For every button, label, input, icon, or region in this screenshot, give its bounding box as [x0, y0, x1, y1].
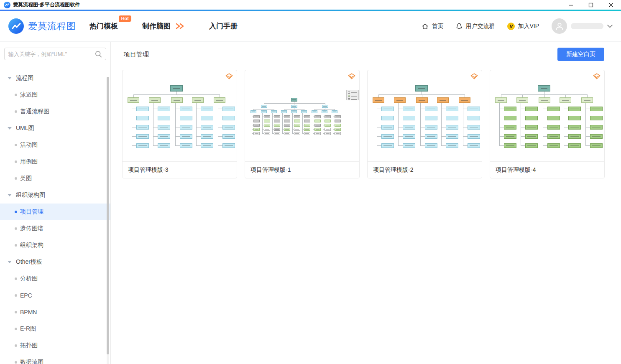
- maximize-button[interactable]: [581, 0, 601, 10]
- org-node: [446, 107, 458, 111]
- connector-line: [564, 109, 568, 109]
- nav-getting-started[interactable]: 入门手册: [209, 21, 238, 31]
- org-node: [425, 116, 437, 120]
- org-node: [253, 132, 260, 135]
- org-node: [284, 124, 290, 127]
- org-node: [253, 124, 260, 127]
- connector-line: [196, 127, 201, 127]
- org-node: [274, 115, 280, 118]
- sidebar-scrollbar-thumb[interactable]: [107, 77, 109, 354]
- user-menu[interactable]: [552, 18, 613, 34]
- nav-hot-templates[interactable]: 热门模板 Hot: [89, 21, 118, 31]
- connector-line: [398, 118, 403, 118]
- org-node: [201, 134, 213, 139]
- connector-line: [420, 118, 425, 118]
- collapse-triangle-icon: [8, 77, 12, 79]
- brand-logo-icon: [8, 18, 24, 34]
- org-node: [304, 128, 310, 131]
- main-content: 项目管理 新建空白页 项目管理模版-3项目管理模版-1项目管理模版-2项目管理模…: [111, 42, 621, 364]
- join-vip-link[interactable]: V 加入VIP: [507, 23, 539, 30]
- search-input[interactable]: [8, 51, 95, 57]
- connector-line: [175, 127, 180, 127]
- org-node: [425, 125, 437, 130]
- template-card[interactable]: 项目管理模版-2: [367, 70, 482, 178]
- bullet-icon: [15, 277, 17, 280]
- connector-line: [176, 92, 177, 94]
- vip-icon: V: [507, 23, 515, 30]
- sidebar-item-遗传图谱[interactable]: 遗传图谱: [0, 220, 110, 237]
- bullet-icon: [15, 94, 17, 96]
- template-card[interactable]: 项目管理模版-4: [490, 70, 605, 178]
- sidebar-group-流程图[interactable]: 流程图: [0, 70, 110, 87]
- org-node: [136, 107, 149, 111]
- connector-line: [521, 118, 525, 118]
- org-node: [264, 124, 270, 127]
- org-node: [294, 120, 300, 122]
- org-node: [284, 115, 290, 118]
- brand[interactable]: 爱莫流程图: [8, 18, 76, 34]
- sidebar-item-拓扑图[interactable]: 拓扑图: [0, 337, 110, 354]
- avatar: [552, 18, 567, 34]
- sidebar-item-泳道图[interactable]: 泳道图: [0, 87, 110, 103]
- new-blank-page-button[interactable]: 新建空白页: [557, 48, 604, 61]
- connector-line: [564, 103, 564, 146]
- org-node: [525, 143, 538, 148]
- org-node: [304, 120, 310, 122]
- org-node: [264, 132, 270, 135]
- connector-line: [501, 94, 587, 95]
- connector-line: [132, 136, 136, 137]
- org-node: [468, 125, 480, 130]
- close-button[interactable]: [601, 0, 621, 10]
- template-cards: 项目管理模版-3项目管理模版-1项目管理模版-2项目管理模版-4: [122, 70, 605, 178]
- template-card[interactable]: 项目管理模版-1: [245, 70, 360, 178]
- org-chart-thumbnail: [123, 70, 237, 161]
- nav-mindmap[interactable]: 制作脑图: [142, 21, 185, 31]
- org-node: [325, 115, 331, 118]
- template-card[interactable]: 项目管理模版-3: [122, 70, 237, 178]
- sidebar-item-分析图[interactable]: 分析图: [0, 270, 110, 287]
- sidebar-item-E-R图[interactable]: E-R图: [0, 321, 110, 337]
- org-node: [201, 116, 213, 120]
- nav-label: 入门手册: [209, 21, 238, 31]
- minimize-button[interactable]: [561, 0, 581, 10]
- sidebar-item-类图[interactable]: 类图: [0, 170, 110, 187]
- home-icon: [422, 23, 429, 30]
- home-link[interactable]: 首页: [422, 23, 443, 30]
- sidebar-item-数据流图[interactable]: 数据流图: [0, 354, 110, 364]
- org-node: [222, 125, 235, 130]
- tree-label: 项目管理: [20, 208, 43, 216]
- org-node: [304, 124, 310, 127]
- search-box[interactable]: [4, 48, 106, 60]
- community-link[interactable]: 用户交流群: [456, 23, 495, 30]
- sidebar-item-EPC[interactable]: EPC: [0, 287, 110, 304]
- sidebar-group-Other模板[interactable]: Other模板: [0, 254, 110, 270]
- org-node: [180, 143, 192, 148]
- org-node: [568, 143, 581, 148]
- org-node: [590, 107, 603, 111]
- sidebar-item-活动图[interactable]: 活动图: [0, 137, 110, 153]
- sidebar-scrollbar[interactable]: [107, 77, 109, 364]
- sidebar-item-BPMN[interactable]: BPMN: [0, 304, 110, 321]
- org-node: [136, 134, 149, 139]
- connector-line: [543, 145, 547, 146]
- connector-line: [377, 136, 381, 137]
- connector-line: [543, 118, 547, 118]
- search-icon[interactable]: [95, 51, 102, 58]
- main-nav: 热门模板 Hot 制作脑图 入门手册: [89, 21, 238, 31]
- tree-label: 泳道图: [20, 91, 38, 99]
- org-node: [325, 128, 331, 131]
- org-node: [468, 134, 480, 139]
- org-node: [291, 105, 297, 108]
- sidebar-group-UML图[interactable]: UML图: [0, 120, 110, 137]
- connector-line: [218, 103, 218, 146]
- connector-line: [177, 94, 177, 97]
- org-node: [525, 116, 538, 120]
- connector-line: [218, 127, 222, 127]
- sidebar-item-项目管理[interactable]: 项目管理: [0, 204, 110, 220]
- sidebar-item-普通流程图[interactable]: 普通流程图: [0, 103, 110, 120]
- connector-line: [422, 92, 422, 94]
- sidebar-item-用例图[interactable]: 用例图: [0, 153, 110, 170]
- org-node: [284, 128, 290, 131]
- sidebar-group-组织架构图[interactable]: 组织架构图: [0, 187, 110, 204]
- sidebar-item-组织架构[interactable]: 组织架构: [0, 237, 110, 254]
